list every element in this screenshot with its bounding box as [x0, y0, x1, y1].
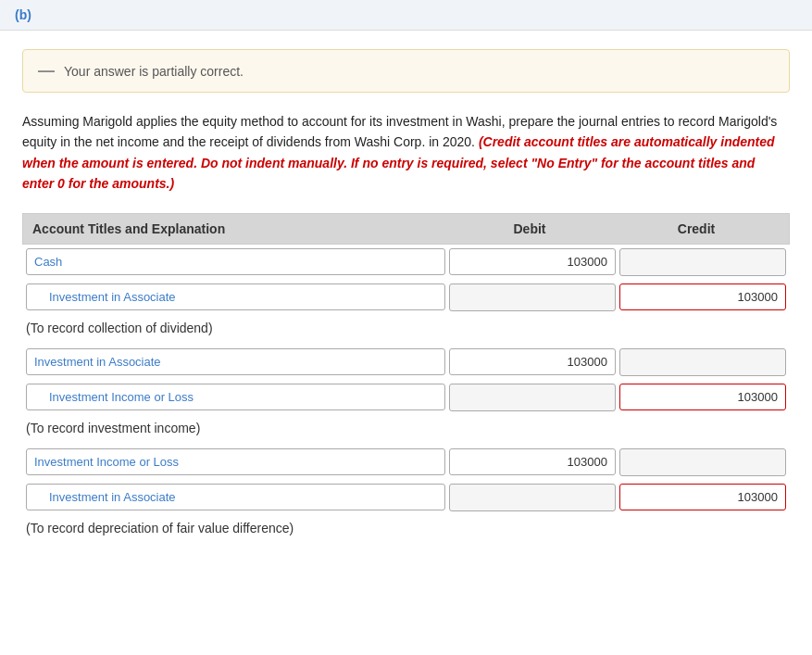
debit-input-2-1[interactable] [449, 348, 616, 375]
alert-icon: — [38, 61, 55, 81]
description: Assuming Marigold applies the equity met… [22, 111, 790, 195]
alert-text: Your answer is partially correct. [64, 64, 244, 79]
credit-input-1-1 [619, 248, 786, 276]
note-3: (To record depreciation of fair value di… [22, 515, 790, 543]
entry-row-1-2 [22, 280, 790, 315]
entry-group-3: (To record depreciation of fair value di… [22, 445, 790, 543]
top-bar-label: (b) [15, 7, 31, 22]
entry-row-2-1 [22, 345, 790, 380]
entry-row-1-1 [22, 245, 790, 280]
entry-group-2: (To record investment income) [22, 345, 790, 443]
alert-box: — Your answer is partially correct. [22, 49, 790, 93]
debit-input-3-1[interactable] [449, 448, 616, 475]
credit-input-3-1 [619, 448, 786, 476]
account-input-1-1[interactable] [26, 248, 445, 275]
account-input-2-2[interactable] [26, 384, 445, 410]
debit-input-1-1[interactable] [449, 248, 616, 275]
header-account: Account Titles and Explanation [32, 221, 446, 236]
credit-input-2-1 [619, 348, 786, 376]
debit-input-2-2 [449, 384, 616, 411]
account-input-3-1[interactable] [26, 448, 445, 475]
table-header: Account Titles and Explanation Debit Cre… [22, 213, 790, 245]
content-area: — Your answer is partially correct. Assu… [0, 31, 812, 563]
debit-input-1-2 [449, 283, 616, 311]
note-2: (To record investment income) [22, 415, 790, 443]
entry-row-3-1 [22, 445, 790, 480]
header-credit: Credit [613, 221, 780, 236]
credit-input-2-2[interactable] [619, 384, 786, 410]
entry-row-3-2 [22, 480, 790, 515]
journal-table: Account Titles and Explanation Debit Cre… [22, 213, 790, 543]
credit-input-3-2[interactable] [619, 484, 786, 510]
debit-input-3-2 [449, 484, 616, 511]
entry-group-1: (To record collection of dividend) [22, 245, 790, 343]
header-debit: Debit [446, 221, 613, 236]
credit-input-1-2[interactable] [619, 283, 786, 310]
entry-row-2-2 [22, 380, 790, 415]
account-input-1-2[interactable] [26, 283, 445, 310]
account-input-2-1[interactable] [26, 348, 445, 375]
account-input-3-2[interactable] [26, 484, 445, 510]
top-bar: (b) [0, 0, 812, 31]
note-1: (To record collection of dividend) [22, 315, 790, 343]
